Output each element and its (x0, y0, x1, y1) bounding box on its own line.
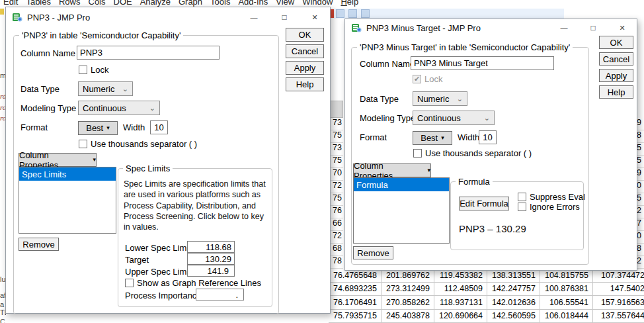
menu-item-cols[interactable]: Cols (89, 0, 106, 7)
modeling-type-dropdown[interactable]: Continuous⌄ (413, 111, 495, 125)
table-cell[interactable]: 142.560595 (487, 310, 540, 323)
table-cell[interactable]: 142.247757 (487, 283, 540, 297)
table-cell[interactable]: 107.374472 (593, 269, 644, 283)
table-cell[interactable]: 106.55541 (540, 296, 593, 310)
menu-item-addins[interactable]: Add-Ins (238, 0, 268, 7)
table-row: 74.6893235 273.312499 112.48509 142.2477… (329, 283, 644, 297)
close-button[interactable]: ✕ (608, 19, 637, 36)
menu-item-edit[interactable]: Edit (3, 0, 18, 7)
maximize-button[interactable]: □ (269, 7, 300, 27)
menu-item-tools[interactable]: Tools (210, 0, 230, 7)
table-cell[interactable]: 137.557644 (593, 310, 644, 323)
cancel-button[interactable]: Cancel (286, 44, 324, 58)
column-properties-button[interactable]: Column Properties▾ (19, 153, 97, 167)
thousands-separator-checkbox[interactable] (413, 149, 422, 158)
lower-spec-limit-input[interactable]: 118.68 (187, 241, 235, 253)
table-cell[interactable]: 138.313551 (487, 269, 540, 283)
close-button[interactable]: ✕ (300, 7, 330, 27)
column-name-input[interactable]: PNP3 (77, 46, 220, 60)
help-button[interactable]: Help (599, 85, 633, 99)
apply-button[interactable]: Apply (599, 69, 633, 82)
column-properties-button[interactable]: Column Properties▾ (353, 163, 431, 177)
menu-item-analyze[interactable]: Analyze (140, 0, 171, 7)
table-cell[interactable]: 106.018444 (540, 310, 593, 323)
dialog-titlebar[interactable]: PNP3 Minus Target - JMP Pro — □ ✕ (345, 19, 637, 36)
table-cell[interactable]: 273.312499 (382, 283, 434, 297)
target-input[interactable]: 130.29 (187, 253, 235, 265)
thousands-separator-label: Use thousands separator ( ) (91, 139, 197, 149)
table-cell[interactable]: 76.4765648 (329, 269, 382, 283)
format-dropdown-button[interactable]: Best▾ (413, 131, 452, 145)
table-cell[interactable]: 120.690664 (434, 310, 487, 323)
table-sliver-column: 7375 7375 7072 7576 6672 6878 (329, 118, 343, 269)
table-cell[interactable]: 201.869762 (382, 269, 434, 283)
width-label: Width (123, 122, 145, 132)
table-cell[interactable]: 270.858262 (382, 296, 434, 310)
process-importance-label: Process Importance (125, 291, 202, 300)
modeling-type-dropdown[interactable]: Continuous⌄ (78, 101, 160, 115)
window-controls: — □ ✕ (239, 7, 330, 27)
minimize-button[interactable]: — (549, 19, 579, 36)
toolbar-icon (348, 9, 357, 18)
jmp-dialog-icon (351, 23, 362, 33)
table-header-cell (329, 101, 343, 118)
lock-checkbox[interactable] (79, 66, 87, 74)
spec-limits-group-title: Spec Limits (123, 163, 173, 173)
menu-item-rows[interactable]: Rows (59, 0, 81, 7)
thousands-separator-checkbox[interactable] (79, 140, 87, 148)
cancel-button[interactable]: Cancel (599, 52, 633, 66)
menu-item-view[interactable]: View (276, 0, 294, 7)
menu-item-graph[interactable]: Graph (179, 0, 202, 7)
table-cell[interactable]: 118.937131 (434, 296, 487, 310)
width-input[interactable]: 10 (150, 120, 168, 134)
table-cell[interactable]: 74.6893235 (329, 283, 382, 297)
menu-item-tables[interactable]: Tables (26, 0, 51, 7)
list-item-formula[interactable]: Formula (354, 178, 449, 191)
data-type-dropdown[interactable]: Numeric⌄ (413, 91, 467, 106)
table-cell[interactable]: 100.876381 (540, 283, 593, 297)
upper-spec-limit-input[interactable]: 141.9 (187, 265, 235, 277)
remove-button[interactable]: Remove (353, 246, 393, 259)
show-graph-ref-checkbox[interactable] (125, 279, 134, 287)
ok-button[interactable]: OK (286, 28, 324, 42)
dropdown-arrow-icon: ▾ (106, 125, 110, 131)
lock-label: Lock (424, 74, 442, 84)
table-edge-digits: 98 55 90 52 70 82 (637, 118, 644, 269)
table-cell[interactable]: 119.453382 (434, 269, 487, 283)
apply-button[interactable]: Apply (286, 61, 324, 75)
edit-formula-button[interactable]: Edit Formula (459, 197, 509, 210)
maximize-button[interactable]: □ (579, 19, 608, 36)
minimize-button[interactable]: — (239, 7, 269, 27)
data-type-dropdown[interactable]: Numeric⌄ (78, 81, 133, 96)
data-type-label: Data Type (20, 84, 60, 94)
remove-button[interactable]: Remove (19, 238, 59, 251)
suppress-eval-checkbox[interactable] (518, 193, 526, 201)
ignore-errors-checkbox[interactable] (518, 203, 526, 211)
table-cell[interactable]: 104.815755 (540, 269, 593, 283)
properties-listbox: Formula (353, 177, 450, 244)
dialog-titlebar[interactable]: PNP3 - JMP Pro — □ ✕ (6, 7, 330, 27)
table-cell[interactable]: 147.5402 (593, 283, 644, 297)
table-cell[interactable]: 76.1706491 (329, 296, 382, 310)
width-input[interactable]: 10 (479, 130, 497, 144)
left-dialog: PNP3 - JMP Pro — □ ✕ 'PNP3' in table 'Se… (5, 7, 331, 314)
table-cell[interactable]: 112.48509 (434, 283, 487, 297)
menu-item-help[interactable]: Help (341, 0, 358, 7)
background-toolbar (331, 9, 564, 19)
table-cell[interactable]: 157.916563 (593, 296, 644, 310)
column-name-input[interactable]: PNP3 Minus Target (411, 56, 554, 70)
format-dropdown-button[interactable]: Best▾ (78, 121, 118, 135)
group-title: 'PNP3 Minus Target' in table 'Semiconduc… (357, 42, 573, 52)
menu-item-doe[interactable]: DOE (114, 0, 132, 7)
menu-item-window[interactable]: Window (302, 0, 333, 7)
table-cell[interactable]: 75.7935715 (329, 310, 382, 323)
dropdown-arrow-icon: ▾ (441, 135, 444, 141)
help-button[interactable]: Help (286, 77, 324, 91)
list-item-spec-limits[interactable]: Spec Limits (19, 167, 116, 181)
data-table: 76.4765648 201.869762 119.453382 138.313… (329, 269, 644, 323)
process-importance-input[interactable]: . (196, 289, 244, 300)
table-cell[interactable]: 245.403878 (382, 310, 434, 323)
table-cell[interactable]: 142.012636 (487, 296, 540, 310)
lock-label: Lock (91, 65, 108, 75)
ok-button[interactable]: OK (599, 36, 633, 49)
